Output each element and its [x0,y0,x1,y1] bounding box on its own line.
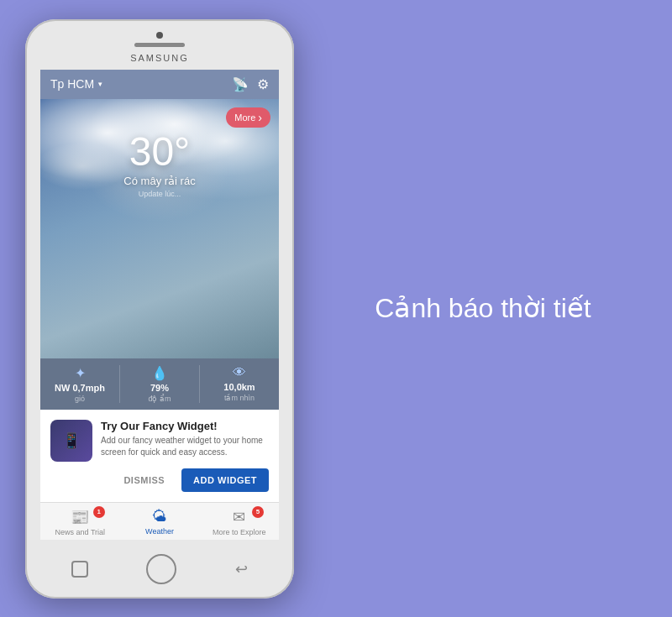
more-button[interactable]: More [226,107,270,128]
humidity-stat: 💧 79% độ ẩm [120,365,200,403]
weather-main: More 30° Có mây rải rác Update lúc... [40,99,279,358]
widget-description: Add our fancy weather widget to your hom… [101,435,269,458]
visibility-value: 10,0km [223,382,255,392]
dismiss-button[interactable]: DISMISS [115,470,173,490]
add-widget-button[interactable]: ADD WIDGET [181,468,269,492]
visibility-icon: 👁 [233,365,246,380]
nav-item-explore[interactable]: 5 ✉ More to Explore [199,508,279,536]
humidity-value: 79% [150,383,169,393]
news-label: News and Trial [55,528,106,536]
widget-text-block: Try Our Fancy Widget! Add our fancy weat… [101,420,269,458]
widget-actions: DISMISS ADD WIDGET [50,468,269,492]
news-badge: 1 [93,506,105,518]
phone-frame: SAMSUNG Tp HCM 📡 ⚙ More 30° Có mây rải r… [25,19,294,599]
bottom-nav: 1 📰 News and Trial 🌤 Weather 5 ✉ More to… [40,502,279,540]
temperature-display: 30° [40,128,279,175]
right-panel: Cảnh báo thời tiết [294,291,647,327]
phone-screen: Tp HCM 📡 ⚙ More 30° Có mây rải rác Updat… [40,70,279,540]
phone-top-bar: SAMSUNG [25,19,294,70]
city-name[interactable]: Tp HCM [50,77,103,91]
recents-button[interactable] [71,561,88,578]
visibility-stat: 👁 10,0km tầm nhìn [200,365,279,403]
nav-item-weather[interactable]: 🌤 Weather [120,508,200,536]
widget-top: 📱 Try Our Fancy Widget! Add our fancy we… [50,420,269,462]
phone-bottom: ↩ [25,540,294,599]
wind-icon: ✦ [75,365,86,381]
humidity-label: độ ẩm [148,395,171,403]
weather-stats-bar: ✦ NW 0,7mph gió 💧 79% độ ẩm 👁 10,0km tầm… [40,358,279,410]
camera-dot [156,32,163,39]
nav-item-news[interactable]: 1 📰 News and Trial [40,508,120,536]
header-icons: 📡 ⚙ [232,76,269,92]
news-icon: 📰 [71,508,89,526]
main-title: Cảnh báo thời tiết [375,291,591,327]
weather-update: Update lúc... [40,190,279,198]
widget-title: Try Our Fancy Widget! [101,420,269,432]
weather-label: Weather [145,527,174,536]
samsung-label: SAMSUNG [130,53,189,63]
page-wrapper: SAMSUNG Tp HCM 📡 ⚙ More 30° Có mây rải r… [0,0,672,617]
visibility-label: tầm nhìn [224,394,255,402]
settings-icon[interactable]: ⚙ [257,76,269,92]
wind-value: NW 0,7mph [55,383,105,393]
app-header: Tp HCM 📡 ⚙ [40,70,279,99]
wind-label: gió [75,395,85,403]
explore-badge: 5 [252,506,264,518]
home-button[interactable] [146,554,176,584]
humidity-icon: 💧 [151,365,168,381]
weather-icon: 🌤 [152,508,167,525]
speaker-bar [134,43,185,47]
back-button[interactable]: ↩ [235,560,248,578]
weather-description: Có mây rải rác [40,175,279,187]
wind-stat: ✦ NW 0,7mph gió [40,365,120,403]
explore-icon: ✉ [233,508,245,526]
widget-banner: 📱 Try Our Fancy Widget! Add our fancy we… [40,410,279,502]
explore-label: More to Explore [213,528,266,536]
widget-icon: 📱 [50,420,92,462]
radar-icon[interactable]: 📡 [232,76,249,92]
